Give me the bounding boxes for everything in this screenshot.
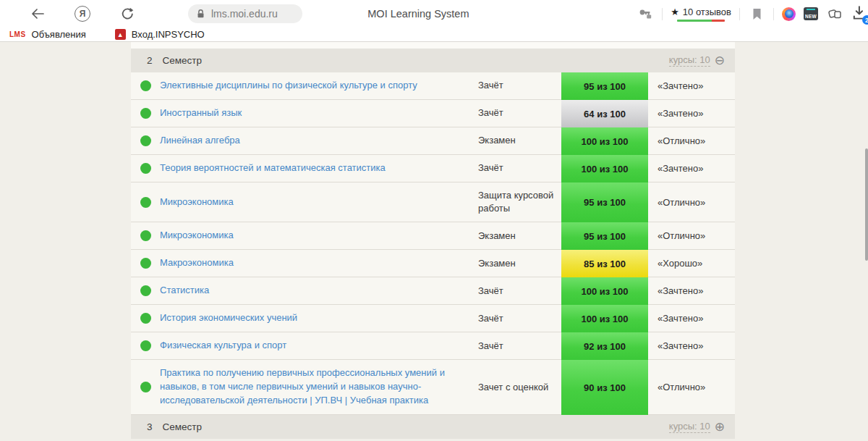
course-link[interactable]: Практика по получению первичных професси… xyxy=(160,366,468,408)
course-link[interactable]: Макроэкономика xyxy=(160,256,234,270)
course-link[interactable]: Линейная алгебра xyxy=(160,134,240,148)
url-text: lms.moi.edu.ru xyxy=(211,8,278,20)
grade-value: «Отлично» xyxy=(648,127,735,154)
score-cell: 95 из 100 xyxy=(561,182,648,222)
lms-favicon: LMS xyxy=(9,30,26,38)
course-cell: Микроэкономика xyxy=(160,182,478,222)
grade-value: «Зачтено» xyxy=(648,155,735,182)
bookmark-button[interactable] xyxy=(748,5,765,22)
course-link[interactable]: Физическая культура и спорт xyxy=(160,339,286,353)
status-cell xyxy=(131,100,160,127)
course-cell: Линейная алгебра xyxy=(160,127,478,154)
course-link[interactable]: Микроэкономика xyxy=(160,196,234,209)
status-cell xyxy=(131,305,160,332)
table-row: История экономических учений Зачёт 100 и… xyxy=(131,305,735,332)
score-cell: 92 из 100 xyxy=(561,332,648,360)
exam-type: Зачёт xyxy=(478,100,561,127)
page-title: MOI Learning System xyxy=(367,8,469,20)
score-badge: 95 из 100 xyxy=(561,72,648,100)
status-cell xyxy=(131,182,160,222)
exam-type: Зачёт xyxy=(478,332,561,359)
rating-bar xyxy=(677,20,725,22)
extension-circle-icon[interactable] xyxy=(782,7,796,21)
score-badge: 95 из 100 xyxy=(561,182,648,222)
collections-icon[interactable] xyxy=(826,5,843,22)
address-bar[interactable]: lms.moi.edu.ru xyxy=(188,4,302,23)
downloads-button[interactable]: 2 xyxy=(851,4,868,23)
grade-value: «Хорошо» xyxy=(648,250,735,277)
course-cell: Практика по получению первичных професси… xyxy=(160,360,478,414)
semester-2-toggle[interactable]: курсы: 10 ⊖ xyxy=(669,54,725,67)
previous-row-sliver xyxy=(131,42,735,49)
table-row: Практика по получению первичных професси… xyxy=(131,360,735,415)
score-badge: 100 из 100 xyxy=(561,305,648,332)
course-cell: Макроэкономика xyxy=(160,250,478,277)
bookmark-item-announcements[interactable]: LMS Объявления xyxy=(9,29,86,40)
score-badge: 95 из 100 xyxy=(561,222,648,250)
yandex-home-button[interactable]: Я xyxy=(74,5,91,22)
score-badge: 85 из 100 xyxy=(561,250,648,277)
exam-type: Защита курсовой работы xyxy=(478,182,561,222)
course-link[interactable]: Иностранный язык xyxy=(160,106,242,120)
grade-value: «Зачтено» xyxy=(648,277,735,304)
course-cell: Микроэкономика xyxy=(160,222,478,249)
table-row: Элективные дисциплины по физической куль… xyxy=(131,72,735,100)
status-dot-icon xyxy=(140,285,151,296)
score-badge: 100 из 100 xyxy=(561,277,648,305)
course-link[interactable]: Теория вероятностей и математическая ста… xyxy=(160,161,386,175)
course-cell: Теория вероятностей и математическая ста… xyxy=(160,155,478,182)
score-cell: 100 из 100 xyxy=(561,155,648,182)
exam-type: Экзамен xyxy=(478,250,561,277)
status-cell xyxy=(131,360,160,414)
grade-value: «Зачтено» xyxy=(648,332,735,359)
key-icon xyxy=(638,7,652,20)
score-cell: 64 из 100 xyxy=(561,100,648,127)
course-link[interactable]: История экономических учений xyxy=(160,311,297,325)
status-dot-icon xyxy=(140,258,151,269)
bookmarks-bar: LMS Объявления ▲ Вход.INPSYCHO xyxy=(0,28,868,42)
score-badge: 100 из 100 xyxy=(561,127,648,155)
course-link[interactable]: Элективные дисциплины по физической куль… xyxy=(160,79,417,93)
expand-icon: ⊕ xyxy=(715,421,725,433)
exam-type: Зачет с оценкой xyxy=(478,360,561,414)
toolbar-separator xyxy=(739,8,740,20)
table-row: Иностранный язык Зачёт 64 из 100 «Зачтен… xyxy=(131,100,735,127)
bookmark-flag-icon xyxy=(752,8,762,20)
grades-table: 2 Семестр курсы: 10 ⊖ Элективные дисципл… xyxy=(131,42,735,439)
status-dot-icon xyxy=(140,108,151,119)
status-cell xyxy=(131,250,160,277)
course-cell: История экономических учений xyxy=(160,305,478,332)
course-cell: Физическая культура и спорт xyxy=(160,332,478,359)
collapse-icon: ⊖ xyxy=(715,54,725,67)
table-row: Статистика Зачёт 100 из 100 «Зачтено» xyxy=(131,277,735,305)
toolbar-separator xyxy=(773,8,774,20)
exam-type: Экзамен xyxy=(478,222,561,249)
grade-value: «Зачтено» xyxy=(648,305,735,332)
back-arrow-icon xyxy=(30,8,45,20)
reviews-widget[interactable]: ★ 10 отзывов xyxy=(671,7,731,22)
table-row: Макроэкономика Экзамен 85 из 100 «Хорошо… xyxy=(131,250,735,277)
course-link[interactable]: Статистика xyxy=(160,284,209,298)
semester-2-header: 2 Семестр курсы: 10 ⊖ xyxy=(131,49,735,72)
course-link[interactable]: Микроэкономика xyxy=(160,229,234,243)
table-row: Теория вероятностей и математическая ста… xyxy=(131,155,735,182)
yandex-icon: Я xyxy=(75,6,90,22)
grades-rows: Элективные дисциплины по физической куль… xyxy=(131,72,735,415)
status-dot-icon xyxy=(140,382,151,392)
extension-new-icon[interactable]: NEW xyxy=(804,7,818,20)
toolbar-separator xyxy=(662,8,663,20)
vertical-scrollbar[interactable] xyxy=(865,148,868,261)
exam-type: Зачёт xyxy=(478,277,561,304)
semester-3-toggle[interactable]: курсы: 10 ⊕ xyxy=(669,421,725,433)
table-row: Микроэкономика Экзамен 95 из 100 «Отличн… xyxy=(131,222,735,250)
semester-3-header: 3 Семестр курсы: 10 ⊕ xyxy=(131,415,735,439)
password-manager-button[interactable] xyxy=(637,5,654,22)
exam-type: Зачёт xyxy=(478,305,561,332)
grade-value: «Зачтено» xyxy=(648,72,735,99)
back-button[interactable] xyxy=(29,5,46,22)
score-cell: 100 из 100 xyxy=(561,277,648,305)
bookmark-item-inpsycho[interactable]: ▲ Вход.INPSYCHO xyxy=(115,29,205,40)
status-dot-icon xyxy=(140,230,151,241)
refresh-button[interactable] xyxy=(119,5,136,22)
score-cell: 95 из 100 xyxy=(561,72,648,100)
